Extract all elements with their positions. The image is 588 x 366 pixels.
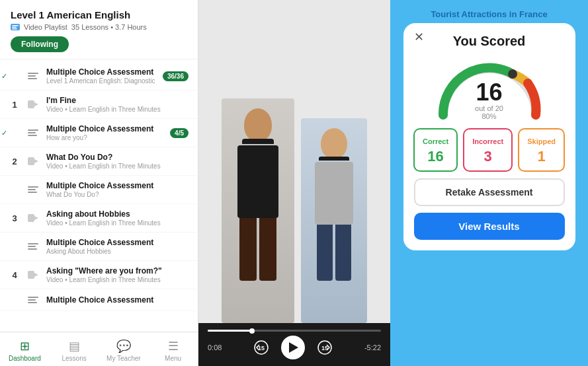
lesson-title: Multiple Choice Assessment bbox=[46, 181, 189, 190]
time-current: 0:08 bbox=[208, 344, 222, 351]
lesson-title: Multiple Choice Assessment bbox=[46, 238, 189, 247]
svg-marker-8 bbox=[34, 216, 38, 220]
person2-leg-right bbox=[335, 225, 351, 281]
list-icon bbox=[26, 241, 40, 252]
close-button[interactable]: ✕ bbox=[414, 30, 424, 44]
lesson-subtitle: Level 1 American English: Diagnostic bbox=[46, 77, 156, 85]
figure-right bbox=[301, 118, 367, 323]
person2-head bbox=[321, 128, 347, 159]
list-icon bbox=[26, 184, 40, 195]
playlist-icon bbox=[11, 24, 20, 30]
nav-label-lessons: Lessons bbox=[62, 355, 87, 362]
incorrect-label: Incorrect bbox=[472, 137, 503, 145]
figure-left bbox=[222, 98, 294, 323]
skipped-num: 1 bbox=[527, 148, 556, 165]
hair bbox=[242, 139, 274, 144]
nav-item-my-teacher[interactable]: 💬 My Teacher bbox=[99, 336, 149, 365]
playlist-meta: 35 Lessons • 3.7 Hours bbox=[71, 23, 147, 31]
person-right bbox=[301, 118, 367, 323]
list-item[interactable]: ✓ Multiple Choice Assessment Level 1 Ame… bbox=[0, 62, 198, 91]
lesson-number: 4 bbox=[9, 270, 20, 280]
svg-rect-9 bbox=[28, 271, 34, 279]
view-results-button[interactable]: View Results bbox=[414, 213, 565, 240]
list-item[interactable]: Multiple Choice Assessment bbox=[0, 289, 198, 311]
score-boxes: Correct 16 Incorrect 3 Skipped 1 bbox=[413, 128, 565, 172]
svg-rect-2 bbox=[12, 28, 17, 30]
lesson-text: What Do You Do? Video • Learn English in… bbox=[46, 153, 189, 170]
lesson-subtitle: Video • Learn English in Three Minutes bbox=[46, 276, 189, 283]
gauge-container: 16 out of 20 80% bbox=[430, 55, 549, 122]
lesson-badge: 36/36 bbox=[163, 71, 189, 81]
list-item[interactable]: 1 I'm Fine Video • Learn English in Thre… bbox=[0, 91, 198, 119]
nav-item-menu[interactable]: ☰ Menu bbox=[148, 336, 198, 365]
video-icon bbox=[26, 270, 40, 280]
skipped-label: Skipped bbox=[527, 137, 556, 145]
lesson-number: 2 bbox=[9, 157, 20, 166]
svg-marker-6 bbox=[34, 159, 38, 163]
incorrect-box: Incorrect 3 bbox=[463, 128, 513, 172]
svg-marker-10 bbox=[34, 273, 38, 277]
assessment-title: Tourist Attractions in France bbox=[431, 9, 547, 19]
right-panel: Tourist Attractions in France ✕ You Scor… bbox=[390, 0, 588, 366]
svg-rect-0 bbox=[12, 25, 19, 26]
play-button[interactable] bbox=[281, 336, 305, 359]
lessons-icon: ▤ bbox=[69, 339, 80, 353]
correct-num: 16 bbox=[423, 148, 448, 165]
lesson-subtitle: Asking About Hobbies bbox=[46, 248, 189, 255]
progress-bar[interactable] bbox=[208, 330, 381, 332]
correct-label: Correct bbox=[423, 137, 448, 145]
lesson-text: I'm Fine Video • Learn English in Three … bbox=[46, 96, 189, 113]
check-icon: ✓ bbox=[1, 72, 7, 81]
playlist-label: Video Playlist bbox=[24, 23, 67, 31]
lesson-title: Multiple Choice Assessment bbox=[46, 124, 163, 133]
hair2 bbox=[319, 157, 349, 161]
lesson-text: Asking about Hobbies Video • Learn Engli… bbox=[46, 209, 189, 227]
lesson-subtitle: How are you? bbox=[46, 134, 163, 141]
lesson-text: Multiple Choice Assessment bbox=[46, 295, 189, 305]
nav-label-menu: Menu bbox=[165, 355, 181, 362]
you-scored-heading: You Scored bbox=[453, 34, 526, 49]
list-item[interactable]: ✓ Multiple Choice Assessment How are you… bbox=[0, 119, 198, 147]
lesson-badge: 4/5 bbox=[170, 128, 189, 138]
score-card-wrapper: ✕ You Scored 16 out of bbox=[403, 23, 575, 250]
list-item[interactable]: Multiple Choice Assessment Asking About … bbox=[0, 233, 198, 261]
lesson-subtitle: Video • Learn English in Three Minutes bbox=[46, 219, 189, 227]
lesson-title: Multiple Choice Assessment bbox=[46, 67, 156, 77]
middle-panel: 0:08 15 15 -5:22 bbox=[198, 0, 390, 366]
score-card: ✕ You Scored 16 out of bbox=[403, 23, 575, 250]
retake-button[interactable]: Retake Assessment bbox=[414, 178, 565, 206]
lesson-text: Multiple Choice Assessment How are you? bbox=[46, 124, 163, 141]
rewind-button[interactable]: 15 bbox=[252, 338, 271, 357]
progress-dot bbox=[249, 328, 255, 334]
list-icon bbox=[26, 128, 40, 138]
lesson-title: Asking about Hobbies bbox=[46, 209, 189, 219]
lesson-text: Multiple Choice Assessment What Do You D… bbox=[46, 181, 189, 198]
lesson-text: Multiple Choice Assessment Asking About … bbox=[46, 238, 189, 255]
svg-rect-3 bbox=[28, 100, 34, 108]
svg-marker-4 bbox=[34, 102, 38, 106]
score-number: 16 bbox=[475, 81, 503, 104]
list-item[interactable]: 4 Asking "Where are you from?" Video • L… bbox=[0, 261, 198, 289]
lesson-text: Multiple Choice Assessment Level 1 Ameri… bbox=[46, 67, 156, 85]
forward-button[interactable]: 15 bbox=[315, 338, 334, 357]
teacher-icon: 💬 bbox=[116, 339, 131, 353]
lesson-subtitle: What Do You Do? bbox=[46, 191, 189, 198]
check-icon: ✓ bbox=[1, 129, 7, 137]
list-item[interactable]: 2 What Do You Do? Video • Learn English … bbox=[0, 147, 198, 176]
svg-rect-5 bbox=[28, 157, 34, 165]
video-icon bbox=[26, 213, 40, 223]
lesson-number: 3 bbox=[9, 213, 20, 223]
lesson-list: ✓ Multiple Choice Assessment Level 1 Ame… bbox=[0, 59, 198, 332]
nav-item-lessons[interactable]: ▤ Lessons bbox=[50, 336, 99, 365]
person-leg-left bbox=[239, 218, 257, 281]
list-item[interactable]: Multiple Choice Assessment What Do You D… bbox=[0, 176, 198, 204]
list-item[interactable]: 3 Asking about Hobbies Video • Learn Eng… bbox=[0, 204, 198, 233]
nav-item-dashboard[interactable]: ⊞ Dashboard bbox=[0, 336, 50, 365]
lesson-text: Asking "Where are you from?" Video • Lea… bbox=[46, 266, 189, 283]
left-panel: Level 1 American English Video Playlist … bbox=[0, 0, 198, 366]
progress-fill bbox=[208, 330, 251, 332]
following-button[interactable]: Following bbox=[11, 36, 69, 52]
list-icon bbox=[26, 71, 40, 81]
video-controls: 0:08 15 15 -5:22 bbox=[198, 323, 390, 366]
lesson-title: Asking "Where are you from?" bbox=[46, 266, 189, 275]
